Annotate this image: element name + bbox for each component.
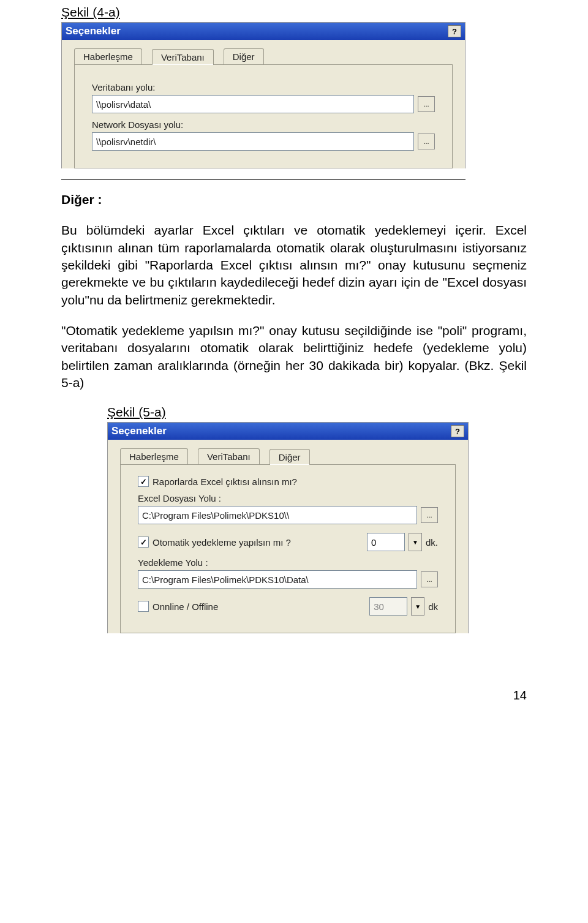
help-icon[interactable]: ? <box>451 425 464 437</box>
tab-diger[interactable]: Diğer <box>224 48 264 64</box>
dk-label: dk <box>428 601 438 612</box>
divider <box>61 179 466 180</box>
tab-veritabani[interactable]: VeriTabanı <box>198 448 260 464</box>
window-title: Seçenekler <box>111 425 167 437</box>
excel-path-browse-button[interactable]: ... <box>421 507 438 523</box>
chevron-down-icon[interactable]: ▼ <box>409 533 422 551</box>
titlebar-4a: Seçenekler ? <box>62 23 465 40</box>
figure-5a-label: Şekil (5-a) <box>107 405 527 420</box>
section-heading-diger: Diğer : <box>61 191 527 208</box>
excel-export-label: Raporlarda Excel çıktısı alınsın mı? <box>153 477 297 487</box>
online-offline-label: Onnline / Offline <box>153 601 366 612</box>
options-window-4a: Seçenekler ? Haberleşme VeriTabanı Diğer… <box>61 22 466 168</box>
page-number: 14 <box>61 688 527 703</box>
net-path-browse-button[interactable]: ... <box>418 134 435 149</box>
paragraph-2: "Otomatik yedekleme yapılsın mı?" onay k… <box>61 322 527 391</box>
backup-path-input[interactable] <box>138 570 417 589</box>
figure-4a-label: Şekil (4-a) <box>61 5 527 20</box>
options-window-5a: Seçenekler ? Haberleşme VeriTabanı Diğer… <box>107 422 469 633</box>
window-title: Seçenekler <box>66 25 121 37</box>
online-offline-checkbox[interactable] <box>138 601 149 612</box>
excel-path-input[interactable] <box>138 506 417 524</box>
net-path-input[interactable] <box>92 132 414 151</box>
dk-label: dk. <box>426 537 438 548</box>
excel-path-label: Excel Dosyası Yolu : <box>138 493 438 503</box>
db-path-browse-button[interactable]: ... <box>418 96 435 112</box>
tab-veritabani[interactable]: VeriTabanı <box>152 49 214 65</box>
paragraph-1: Bu bölümdeki ayarlar Excel çıktıları ve … <box>61 222 527 309</box>
backup-path-browse-button[interactable]: ... <box>421 571 438 587</box>
auto-backup-checkbox[interactable]: ✓ <box>138 537 149 548</box>
tabstrip-4a: Haberleşme VeriTabanı Diğer <box>62 40 465 64</box>
excel-export-checkbox[interactable]: ✓ <box>138 476 149 487</box>
net-path-label: Network Dosyası yolu: <box>92 119 435 130</box>
db-path-input[interactable] <box>92 95 414 113</box>
auto-backup-label: Otomatik yedekleme yapılsın mı ? <box>153 537 363 548</box>
tab-haberlesme[interactable]: Haberleşme <box>74 48 142 64</box>
backup-interval-input[interactable] <box>367 533 405 551</box>
tabpanel-diger: ✓ Raporlarda Excel çıktısı alınsın mı? E… <box>120 464 456 633</box>
titlebar-5a: Seçenekler ? <box>108 423 468 440</box>
tabpanel-veritabani: Veritabanı yolu: ... Network Dosyası yol… <box>74 64 453 168</box>
help-icon[interactable]: ? <box>448 25 461 37</box>
backup-path-label: Yedekleme Yolu : <box>138 557 438 568</box>
chevron-down-icon[interactable]: ▼ <box>411 597 424 616</box>
db-path-label: Veritabanı yolu: <box>92 82 435 92</box>
tab-diger[interactable]: Diğer <box>270 449 310 465</box>
online-interval-input <box>369 597 407 616</box>
tab-haberlesme[interactable]: Haberleşme <box>120 448 188 464</box>
tabstrip-5a: Haberleşme VeriTabanı Diğer <box>108 440 468 464</box>
